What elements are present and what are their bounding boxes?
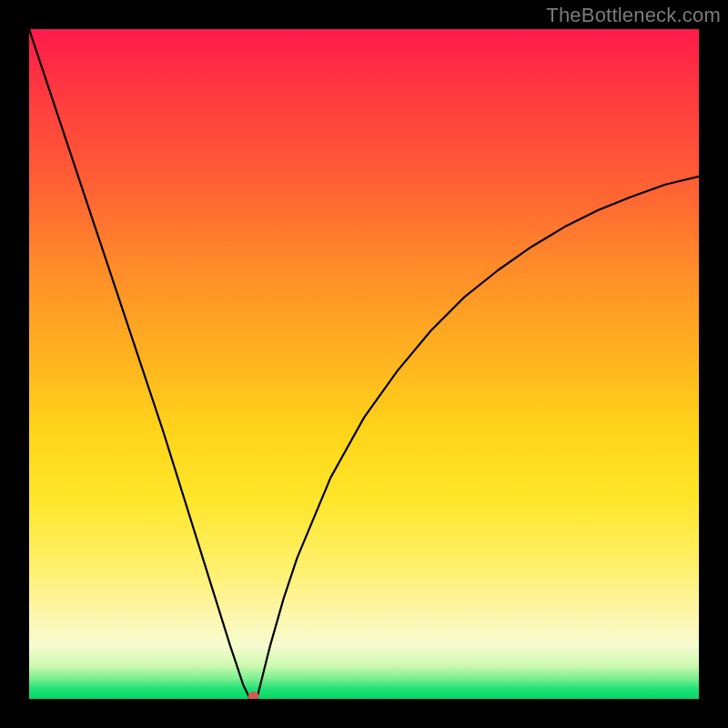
bottleneck-curve xyxy=(29,29,699,699)
watermark-text: TheBottleneck.com xyxy=(546,4,721,27)
chart-frame: TheBottleneck.com xyxy=(0,0,728,728)
plot-area xyxy=(29,29,699,699)
curve-layer xyxy=(29,29,699,699)
